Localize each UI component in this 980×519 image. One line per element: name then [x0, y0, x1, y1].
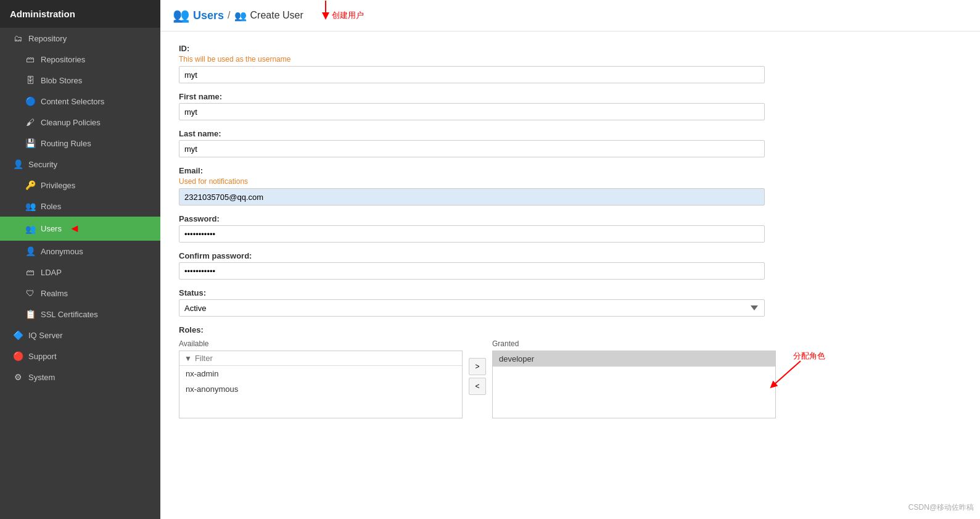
breadcrumb-create-icon: 👥 — [234, 10, 247, 22]
sidebar-item-label: Repositories — [41, 55, 85, 64]
remove-role-button[interactable]: < — [469, 378, 486, 395]
system-icon: ⚙ — [12, 372, 23, 382]
sidebar-item-label: Blob Stores — [41, 76, 82, 85]
form-group-roles: Roles: Available ▼ nx-admin nx-anonymous — [179, 325, 759, 418]
support-icon: 🔴 — [12, 351, 23, 361]
sidebar-item-cleanup-policies[interactable]: 🖌 Cleanup Policies — [0, 112, 160, 133]
confirm-password-input[interactable] — [179, 262, 765, 280]
users-icon: 👥 — [25, 224, 36, 234]
form-group-confirm-password: Confirm password: — [179, 251, 759, 280]
form-group-status: Status: Active Disabled — [179, 288, 759, 317]
confirm-password-label: Confirm password: — [179, 251, 759, 260]
breadcrumb-users-link[interactable]: Users — [193, 9, 224, 22]
repository-icon: 🗂 — [12, 33, 23, 43]
sidebar-item-label: Realms — [41, 289, 68, 298]
sidebar-item-label: LDAP — [41, 268, 62, 277]
sidebar-item-support[interactable]: 🔴 Support — [0, 346, 160, 367]
filter-icon: ▼ — [184, 354, 192, 363]
sidebar-item-ssl-certificates[interactable]: 📋 SSL Certificates — [0, 304, 160, 325]
password-label: Password: — [179, 214, 759, 223]
cleanup-policies-icon: 🖌 — [25, 117, 36, 127]
breadcrumb-create-label: Create User — [250, 10, 303, 21]
filter-row: ▼ — [179, 351, 462, 366]
email-input[interactable] — [179, 188, 765, 206]
sidebar-item-iq-server[interactable]: 🔷 IQ Server — [0, 325, 160, 346]
sidebar-item-privileges[interactable]: 🔑 Privileges — [0, 175, 160, 196]
sidebar-item-label: IQ Server — [28, 331, 63, 340]
blob-stores-icon: 🗄 — [25, 75, 36, 85]
lastname-input[interactable] — [179, 140, 765, 157]
breadcrumb-separator: / — [228, 10, 230, 21]
form-group-lastname: Last name: — [179, 129, 759, 157]
form-group-email: Email: Used for notifications — [179, 166, 759, 206]
granted-label: Granted — [492, 339, 776, 348]
iq-server-icon: 🔷 — [12, 330, 23, 340]
id-hint: This will be used as the username — [179, 55, 759, 64]
firstname-label: First name: — [179, 92, 759, 101]
roles-icon: 👥 — [25, 201, 36, 211]
password-input[interactable] — [179, 225, 765, 243]
lastname-label: Last name: — [179, 129, 759, 138]
sidebar-item-anonymous[interactable]: 👤 Anonymous — [0, 241, 160, 262]
assign-role-arrow-svg — [764, 358, 813, 395]
main-content: 👥 Users / 👥 Create User 创建用户 ID: This wi… — [160, 0, 980, 519]
sidebar-item-realms[interactable]: 🛡 Realms — [0, 283, 160, 304]
list-item[interactable]: developer — [493, 351, 775, 367]
sidebar-item-blob-stores[interactable]: 🗄 Blob Stores — [0, 70, 160, 91]
list-item[interactable]: nx-anonymous — [179, 381, 462, 397]
list-item[interactable]: nx-admin — [179, 366, 462, 381]
firstname-input[interactable] — [179, 103, 765, 120]
available-column: Available ▼ nx-admin nx-anonymous — [179, 339, 463, 418]
id-label: ID: — [179, 44, 759, 53]
role-transfer-buttons: > < — [469, 358, 486, 395]
add-role-button[interactable]: > — [469, 358, 486, 375]
available-label: Available — [179, 339, 463, 348]
sidebar: Administration 🗂 Repository 🗃 Repositori… — [0, 0, 160, 519]
roles-label: Roles: — [179, 325, 759, 334]
svg-line-3 — [773, 361, 801, 386]
sidebar-item-label: Privileges — [41, 181, 75, 190]
sidebar-item-label: Repository — [28, 34, 67, 43]
sidebar-item-repository[interactable]: 🗂 Repository — [0, 28, 160, 49]
form-group-id: ID: This will be used as the username — [179, 44, 759, 83]
status-select[interactable]: Active Disabled — [179, 299, 765, 317]
sidebar-item-security[interactable]: 👤 Security — [0, 154, 160, 175]
ssl-icon: 📋 — [25, 309, 36, 319]
sidebar-item-system[interactable]: ⚙ System — [0, 367, 160, 388]
sidebar-item-repositories[interactable]: 🗃 Repositories — [0, 49, 160, 70]
id-input[interactable] — [179, 66, 765, 83]
available-roles-box: ▼ nx-admin nx-anonymous — [179, 351, 463, 418]
security-icon: 👤 — [12, 159, 23, 169]
breadcrumb-users-icon: 👥 — [173, 7, 189, 23]
users-arrow-annotation: ◄ — [69, 222, 80, 235]
sidebar-item-label: Users — [41, 224, 62, 233]
form-group-firstname: First name: — [179, 92, 759, 120]
sidebar-item-label: Cleanup Policies — [41, 118, 101, 127]
sidebar-item-label: Security — [28, 160, 57, 169]
sidebar-item-label: Anonymous — [41, 247, 83, 256]
sidebar-item-label: Routing Rules — [41, 139, 91, 148]
sidebar-item-label: Roles — [41, 202, 61, 211]
sidebar-item-label: SSL Certificates — [41, 310, 98, 319]
sidebar-item-ldap[interactable]: 🗃 LDAP — [0, 262, 160, 283]
sidebar-item-users[interactable]: 👥 Users ◄ — [0, 217, 160, 241]
sidebar-item-content-selectors[interactable]: 🔵 Content Selectors — [0, 91, 160, 112]
privileges-icon: 🔑 — [25, 180, 36, 190]
watermark: CSDN@移动佐昨稿 — [908, 502, 974, 513]
granted-column: Granted developer 分配角色 — [492, 339, 776, 418]
create-user-annotation: 创建用户 — [332, 10, 364, 21]
create-user-form: ID: This will be used as the username Fi… — [160, 31, 777, 439]
roles-filter-input[interactable] — [195, 354, 457, 363]
routing-rules-icon: 💾 — [25, 138, 36, 148]
email-hint: Used for notifications — [179, 177, 759, 186]
sidebar-item-label: System — [28, 373, 55, 382]
ldap-icon: 🗃 — [25, 267, 36, 277]
sidebar-item-routing-rules[interactable]: 💾 Routing Rules — [0, 133, 160, 154]
annotation-arrow-svg — [313, 0, 338, 22]
realms-icon: 🛡 — [25, 288, 36, 298]
granted-roles-box: developer — [492, 351, 776, 418]
sidebar-item-roles[interactable]: 👥 Roles — [0, 196, 160, 217]
anonymous-icon: 👤 — [25, 246, 36, 256]
sidebar-header: Administration — [0, 0, 160, 28]
breadcrumb-bar: 👥 Users / 👥 Create User 创建用户 — [160, 0, 980, 31]
